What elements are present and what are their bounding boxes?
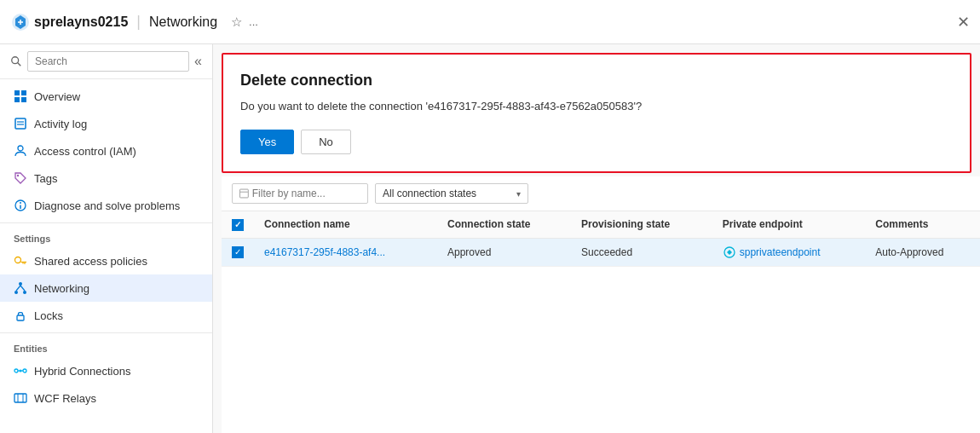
filter-name-input[interactable]: [252, 188, 360, 199]
private-endpoint-header: Private endpoint: [712, 211, 866, 238]
svg-rect-24: [17, 315, 24, 320]
sidebar-item-hybrid-connections[interactable]: Hybrid Connections: [0, 357, 212, 384]
endpoint-icon: [723, 245, 736, 259]
dialog-message: Do you want to delete the connection 'e4…: [240, 100, 953, 113]
resource-name: sprelayns0215: [34, 14, 128, 30]
svg-point-19: [19, 282, 22, 286]
connection-name-link[interactable]: e4167317-295f-4883-af4...: [264, 246, 385, 258]
sidebar-item-locks-label: Locks: [34, 309, 63, 322]
content-area: Delete connection Do you want to delete …: [213, 44, 980, 433]
iam-icon: [14, 144, 27, 158]
svg-rect-32: [239, 189, 248, 198]
select-all-header[interactable]: ✓: [222, 211, 254, 238]
sidebar-item-diagnose-label: Diagnose and solve problems: [34, 199, 180, 212]
search-icon: [10, 55, 22, 67]
connection-state-cell: Approved: [437, 238, 571, 266]
sidebar-item-shared-access[interactable]: Shared access policies: [0, 247, 212, 274]
svg-point-13: [20, 202, 21, 204]
sidebar-item-activity-log[interactable]: Activity log: [0, 110, 212, 137]
wcf-icon: [14, 391, 27, 405]
svg-point-25: [14, 369, 18, 372]
connection-name-header: Connection name: [254, 211, 437, 238]
private-endpoint-cell[interactable]: spprivateendpoint: [712, 238, 866, 266]
star-icon[interactable]: ☆: [231, 14, 242, 30]
filter-icon: [239, 188, 249, 199]
sidebar-item-access-control[interactable]: Access control (IAM): [0, 137, 212, 165]
sidebar-item-wcf-label: WCF Relays: [34, 392, 96, 405]
dropdown-icon: ▾: [516, 189, 521, 199]
sidebar-item-shared-access-label: Shared access policies: [34, 255, 147, 268]
svg-point-15: [15, 257, 21, 263]
no-button[interactable]: No: [301, 130, 351, 154]
row-checkbox-cell[interactable]: ✓: [222, 238, 254, 266]
sidebar-item-iam-label: Access control (IAM): [34, 145, 136, 158]
row-checkbox[interactable]: ✓: [232, 246, 244, 258]
header-separator: |: [136, 13, 141, 31]
entities-section-label: Entities: [0, 332, 212, 357]
tags-icon: [14, 171, 27, 185]
sidebar-item-tags[interactable]: Tags: [0, 165, 212, 192]
svg-point-11: [17, 175, 19, 176]
sidebar-item-tags-label: Tags: [34, 172, 57, 185]
sidebar-item-networking-label: Networking: [34, 282, 89, 295]
networking-icon: [14, 281, 27, 295]
endpoint-link[interactable]: spprivateendpoint: [723, 245, 856, 259]
svg-point-10: [18, 146, 23, 151]
svg-line-23: [20, 286, 25, 291]
table-area: All connection states ▾ ✓ Connection nam…: [222, 176, 980, 433]
yes-button[interactable]: Yes: [240, 130, 294, 154]
table-row[interactable]: ✓ e4167317-295f-4883-af4... Approved Suc…: [222, 238, 980, 266]
sidebar-item-activity-label: Activity log: [34, 118, 87, 130]
close-button[interactable]: ✕: [957, 13, 970, 32]
settings-section-label: Settings: [0, 222, 212, 247]
sidebar-item-wcf-relays[interactable]: WCF Relays: [0, 384, 212, 412]
connection-name-cell[interactable]: e4167317-295f-4883-af4...: [254, 238, 437, 266]
activity-icon: [14, 117, 27, 130]
sidebar-item-overview[interactable]: Overview: [0, 83, 212, 110]
dialog-actions: Yes No: [240, 130, 953, 154]
hybrid-icon: [14, 364, 27, 378]
page-name: Networking: [149, 14, 217, 30]
svg-rect-4: [21, 90, 26, 95]
dialog-title: Delete connection: [240, 72, 953, 89]
comments-cell: Auto-Approved: [865, 238, 980, 266]
sidebar-navigation: Overview Activity log: [0, 79, 212, 433]
svg-point-21: [23, 291, 26, 294]
svg-line-22: [16, 286, 20, 291]
svg-rect-7: [15, 118, 26, 129]
sidebar-item-overview-label: Overview: [34, 90, 80, 103]
svg-point-26: [23, 369, 26, 372]
filter-bar: All connection states ▾: [222, 183, 980, 211]
connection-state-header: Connection state: [437, 211, 571, 238]
provisioning-state-cell: Succeeded: [571, 238, 712, 266]
sidebar: « Overview: [0, 44, 213, 433]
sidebar-item-locks[interactable]: Locks: [0, 302, 212, 329]
filter-input-container[interactable]: [232, 183, 368, 204]
lock-icon: [14, 309, 27, 322]
sidebar-item-hybrid-label: Hybrid Connections: [34, 365, 130, 378]
select-all-checkbox[interactable]: ✓: [232, 219, 244, 231]
filter-state-dropdown[interactable]: All connection states ▾: [375, 183, 528, 204]
search-input[interactable]: [27, 51, 189, 72]
filter-state-label: All connection states: [383, 188, 513, 199]
svg-rect-6: [21, 97, 26, 102]
sidebar-item-networking[interactable]: Networking: [0, 274, 212, 302]
svg-line-2: [17, 62, 20, 66]
search-bar: «: [0, 44, 212, 79]
sidebar-item-diagnose[interactable]: Diagnose and solve problems: [0, 192, 212, 219]
svg-point-28: [20, 370, 22, 372]
relay-icon: [10, 12, 31, 32]
connections-table: ✓ Connection name Connection state Provi…: [222, 211, 980, 267]
diagnose-icon: [14, 199, 27, 212]
svg-rect-3: [14, 90, 20, 95]
overview-icon: [14, 89, 27, 103]
delete-dialog: Delete connection Do you want to delete …: [222, 53, 971, 173]
key-icon: [14, 254, 27, 268]
collapse-icon[interactable]: «: [194, 54, 202, 69]
svg-point-20: [14, 291, 18, 294]
provisioning-state-header: Provisioning state: [571, 211, 712, 238]
comments-header: Comments: [865, 211, 980, 238]
more-icon[interactable]: ...: [249, 15, 258, 28]
endpoint-name: spprivateendpoint: [740, 246, 821, 258]
svg-rect-5: [14, 97, 20, 102]
